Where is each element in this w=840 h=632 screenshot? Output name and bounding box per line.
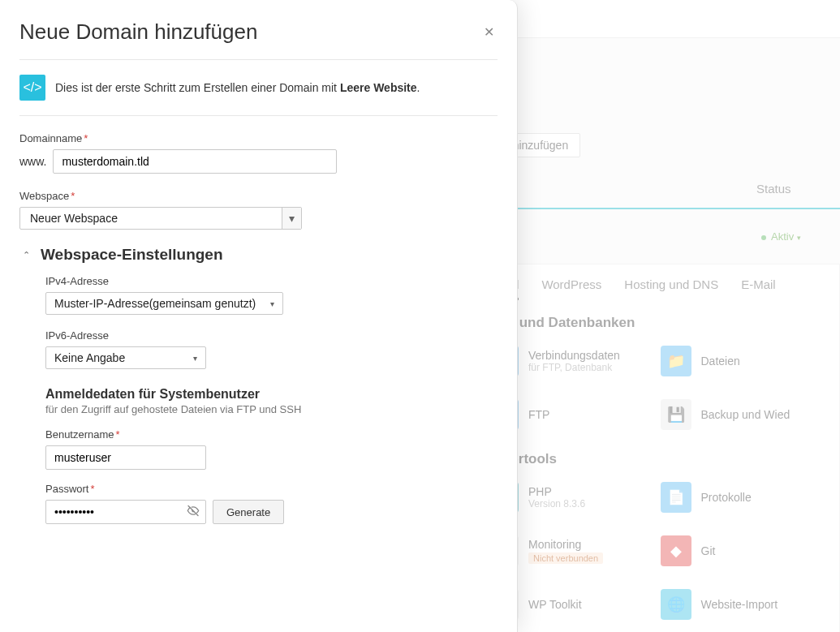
section-files-db: eien und Datenbanken (488, 315, 823, 331)
close-button[interactable]: ✕ (480, 21, 498, 43)
item-label: Monitoring (528, 538, 603, 551)
item-label: Backup und Wied (701, 408, 790, 421)
item-label: Website-Import (701, 598, 778, 611)
item-sublabel: für FTP, Datenbank (528, 362, 620, 373)
domainname-label: Domainname* (19, 132, 498, 144)
item-label: Verbindungsdaten (528, 349, 620, 362)
tab-email[interactable]: E-Mail (741, 277, 776, 300)
webspace-label: Webspace* (19, 190, 498, 202)
tab-wordpress[interactable]: WordPress (541, 277, 601, 300)
item-sublabel: Version 8.3.6 (528, 498, 585, 509)
chevron-down-icon: ▾ (282, 208, 301, 229)
modal-title: Neue Domain hinzufügen (19, 19, 257, 45)
folder-icon: 📁 (661, 346, 691, 376)
item-label: Git (701, 544, 716, 557)
ipv4-select[interactable]: Muster-IP-Adresse(gemeinsam genutzt) ▾ (45, 292, 283, 315)
item-label: Dateien (701, 355, 740, 368)
hint-row: </> Dies ist der erste Schritt zum Erste… (19, 75, 498, 116)
required-asterisk: * (90, 483, 94, 495)
item-files[interactable]: 📁 Dateien (661, 346, 824, 376)
item-git[interactable]: ◆ Git (661, 535, 824, 566)
username-input[interactable] (45, 445, 206, 470)
required-asterisk: * (71, 190, 75, 202)
domain-card: board WordPress Hosting und DNS E-Mail e… (471, 264, 840, 632)
add-domain-modal: Neue Domain hinzufügen ✕ </> Dies ist de… (0, 0, 518, 632)
item-label: PHP (528, 485, 585, 498)
ipv6-value: Keine Angabe (54, 351, 125, 364)
ipv6-label: IPv6-Adresse (45, 329, 498, 342)
system-user-creds-sub: für den Zugriff auf gehostete Dateien vi… (45, 403, 498, 415)
code-icon: </> (19, 75, 45, 101)
required-asterisk: * (116, 428, 120, 441)
ipv4-value: Muster-IP-Adresse(gemeinsam genutzt) (54, 297, 256, 310)
webspace-settings-toggle[interactable]: ⌃ Webspace-Einstellungen (19, 246, 498, 264)
webspace-select[interactable]: Neuer Webspace ▾ (19, 207, 302, 230)
ipv4-label: IPv4-Adresse (45, 275, 498, 287)
password-label: Passwort* (45, 483, 498, 495)
toggle-password-visibility[interactable] (187, 505, 200, 520)
www-prefix: www. (19, 155, 46, 168)
item-label: Protokolle (701, 491, 752, 504)
item-label: WP Toolkit (528, 598, 582, 611)
monitoring-badge: Nicht verbunden (528, 552, 603, 564)
username-label: Benutzername* (45, 428, 498, 441)
webspace-settings-title: Webspace-Einstellungen (41, 246, 223, 264)
hint-text: Dies ist der erste Schritt zum Erstellen… (55, 81, 420, 94)
generate-password-button[interactable]: Generate (213, 500, 284, 524)
required-asterisk: * (84, 132, 88, 144)
chevron-up-icon: ⌃ (19, 250, 32, 260)
item-logs[interactable]: 📄 Protokolle (661, 482, 824, 513)
item-website-import[interactable]: 🌐 Website-Import (661, 589, 824, 620)
item-label: FTP (528, 408, 549, 421)
webspace-value: Neuer Webspace (20, 208, 282, 229)
globe-import-icon: 🌐 (661, 589, 691, 620)
domain-tabs: board WordPress Hosting und DNS E-Mail (488, 277, 823, 300)
tab-hosting-dns[interactable]: Hosting und DNS (624, 277, 718, 300)
domainname-input[interactable] (53, 149, 337, 174)
git-icon: ◆ (661, 535, 691, 566)
eye-off-icon (187, 506, 200, 520)
password-input[interactable] (45, 500, 206, 524)
chevron-down-icon: ▾ (270, 299, 274, 308)
close-icon: ✕ (484, 25, 494, 39)
chevron-down-icon: ▾ (193, 354, 197, 363)
section-devtools: icklertools (488, 451, 823, 467)
item-backup[interactable]: 💾 Backup und Wied (661, 399, 824, 430)
system-user-creds-title: Anmeldedaten für Systembenutzer (45, 387, 498, 402)
status-aktiv-dropdown[interactable]: Aktiv (761, 230, 801, 243)
logs-icon: 📄 (661, 482, 691, 513)
status-column-header: Status (756, 182, 791, 196)
ipv6-select[interactable]: Keine Angabe ▾ (45, 346, 206, 369)
backup-icon: 💾 (661, 399, 691, 430)
